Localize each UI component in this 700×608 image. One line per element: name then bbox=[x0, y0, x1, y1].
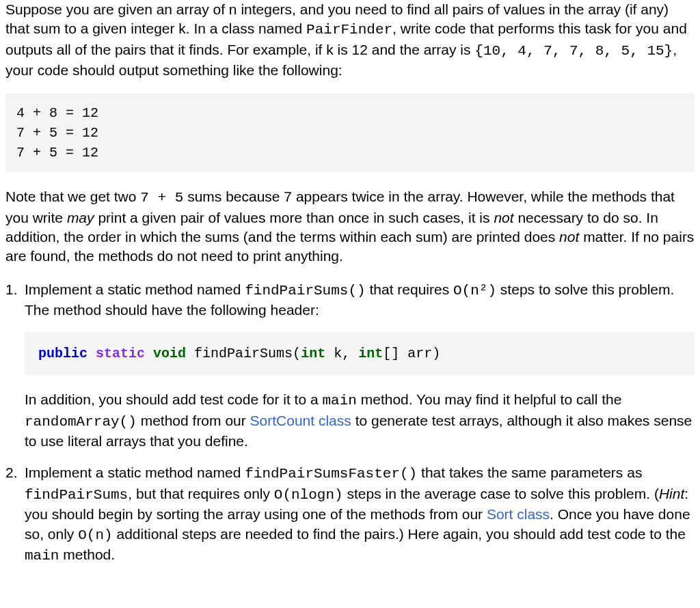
t1-p2b: method. You may find it helpful to call … bbox=[357, 391, 622, 407]
t2-method: findPairSumsFaster() bbox=[245, 466, 417, 482]
note-p1: Note that we get two bbox=[5, 189, 140, 204]
t1-method: findPairSums() bbox=[245, 283, 365, 299]
t1-p2c: method from our bbox=[137, 413, 250, 428]
sort-link[interactable]: Sort class bbox=[487, 506, 550, 522]
class-name: PairFinder bbox=[306, 22, 392, 38]
t1-p2a: In addition, you should add test code fo… bbox=[25, 391, 322, 407]
kw-void: void bbox=[153, 346, 186, 361]
t1-main: main bbox=[322, 393, 356, 409]
sortcount-link[interactable]: SortCount class bbox=[250, 413, 351, 428]
problem-intro: Suppose you are given an array of n inte… bbox=[5, 0, 695, 80]
t2-p1g: additional steps are needed to find the … bbox=[113, 526, 686, 542]
t1-p1a: Implement a static method named bbox=[25, 281, 245, 297]
t2-p1d: steps in the average case to solve this … bbox=[343, 486, 659, 501]
t2-main: main bbox=[25, 548, 59, 564]
t2-method2: findPairSums bbox=[25, 487, 128, 503]
task-list: Implement a static method named findPair… bbox=[5, 280, 695, 566]
t2-hint: Hint bbox=[659, 486, 684, 501]
kw-int-2: int bbox=[358, 346, 383, 361]
t2-p1b: that takes the same parameters as bbox=[417, 465, 642, 480]
task-item-2: Implement a static method named findPair… bbox=[25, 463, 695, 566]
t1-randomarray: randomArray() bbox=[25, 414, 137, 430]
t2-bigO: O(nlogn) bbox=[274, 487, 343, 503]
t2-p1h: method. bbox=[59, 547, 115, 562]
note-not2: not bbox=[559, 229, 579, 245]
kw-static: static bbox=[96, 346, 145, 361]
t2-p1c: , but that requires only bbox=[128, 486, 274, 501]
kw-public: public bbox=[38, 346, 88, 361]
sig-name: findPairSums( bbox=[194, 346, 301, 361]
t2-bigO2: O(n) bbox=[78, 527, 112, 543]
task-item-1: Implement a static method named findPair… bbox=[25, 280, 695, 452]
note-not1: not bbox=[494, 210, 513, 225]
sig-arg2: [] arr) bbox=[383, 346, 440, 361]
note-paragraph: Note that we get two 7 + 5 sums because … bbox=[5, 187, 695, 266]
note-may: may bbox=[67, 210, 94, 225]
array-literal: {10, 4, 7, 7, 8, 5, 15} bbox=[474, 43, 673, 59]
t2-p1a: Implement a static method named bbox=[25, 465, 245, 480]
sig-arg1: k, bbox=[325, 346, 358, 361]
note-sum-expr: 7 + 5 bbox=[140, 190, 183, 206]
kw-int-1: int bbox=[301, 346, 325, 361]
example-output-block: 4 + 8 = 12 7 + 5 = 12 7 + 5 = 12 bbox=[5, 94, 695, 172]
note-p3: print a given pair of values more than o… bbox=[94, 210, 494, 225]
t1-bigO: O(n²) bbox=[453, 283, 496, 299]
t1-p1b: that requires bbox=[366, 281, 453, 297]
method-signature-block: public static void findPairSums(int k, i… bbox=[25, 332, 695, 375]
